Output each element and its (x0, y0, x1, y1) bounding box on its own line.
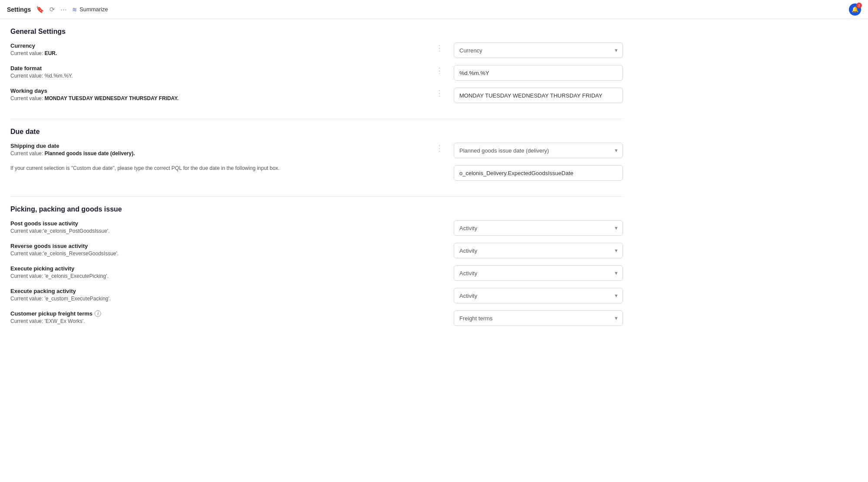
summarize-button[interactable]: ≋ Summarize (72, 6, 108, 13)
execute-packing-select-wrapper: Activity e_custom_ExecutePacking ▼ (454, 288, 623, 303)
working-days-label: Working days (10, 88, 425, 94)
post-goods-issue-select[interactable]: Activity e_celonis_PostGoodsIssue (454, 220, 623, 236)
date-format-input[interactable] (454, 65, 623, 81)
reverse-goods-issue-select[interactable]: Activity e_celonis_ReverseGoodsIssue (454, 243, 623, 258)
execute-packing-current: Current value: 'e_custom_ExecutePacking'… (10, 296, 426, 302)
date-format-left: Date format Current value: %d.%m.%Y. (10, 65, 425, 79)
currency-label: Currency (10, 42, 425, 49)
reverse-goods-issue-current: Current value:'e_celonis_ReverseGoodsIss… (10, 251, 426, 257)
general-settings-title: General Settings (10, 28, 623, 36)
currency-drag-handle[interactable]: ⋮ (436, 42, 443, 53)
pql-note: If your current selection is "Custom due… (10, 165, 426, 171)
post-goods-issue-current: Current value:'e_celonis_PostGoodsIssue'… (10, 228, 426, 234)
working-days-row: Working days Current value: MONDAY TUESD… (10, 88, 623, 103)
shipping-due-date-drag-handle[interactable]: ⋮ (436, 143, 443, 153)
shipping-due-date-current: Current value: Planned goods issue date … (10, 150, 425, 156)
execute-picking-select[interactable]: Activity e_celonis_ExecutePicking (454, 265, 623, 281)
picking-packing-section: Picking, packing and goods issue Post go… (10, 205, 623, 342)
main-content: General Settings Currency Current value:… (0, 19, 633, 359)
execute-packing-select[interactable]: Activity e_custom_ExecutePacking (454, 288, 623, 303)
customer-pickup-freight-select-wrapper: Freight terms EXW_Ex Works ▼ (454, 310, 623, 326)
working-days-left: Working days Current value: MONDAY TUESD… (10, 88, 425, 101)
working-days-current: Current value: MONDAY TUESDAY WEDNESDAY … (10, 95, 425, 101)
execute-picking-label: Execute picking activity (10, 265, 426, 272)
shipping-due-date-left: Shipping due date Current value: Planned… (10, 143, 425, 156)
currency-row: Currency Current value: EUR. ⋮ Currency … (10, 42, 623, 58)
due-date-section: Due date Shipping due date Current value… (10, 128, 623, 197)
reverse-goods-issue-left: Reverse goods issue activity Current val… (10, 243, 426, 257)
pql-right (454, 165, 623, 181)
reverse-goods-issue-row: Reverse goods issue activity Current val… (10, 243, 623, 258)
topbar: Settings 🔖 ⟳ ⋯ ≋ Summarize 🔔 2 (0, 0, 868, 19)
picking-packing-title: Picking, packing and goods issue (10, 205, 623, 213)
currency-right: Currency EUR USD GBP ▼ (454, 42, 623, 58)
date-format-current: Current value: %d.%m.%Y. (10, 73, 425, 79)
customer-pickup-freight-row: Customer pickup freight terms i Current … (10, 310, 623, 326)
shipping-due-date-row: Shipping due date Current value: Planned… (10, 143, 623, 158)
execute-packing-right: Activity e_custom_ExecutePacking ▼ (454, 288, 623, 303)
more-icon[interactable]: ⋯ (60, 6, 67, 13)
post-goods-issue-right: Activity e_celonis_PostGoodsIssue ▼ (454, 220, 623, 236)
currency-current: Current value: EUR. (10, 50, 425, 56)
execute-picking-current: Current value: 'e_celonis_ExecutePicking… (10, 273, 426, 279)
date-format-right (454, 65, 623, 81)
execute-picking-row: Execute picking activity Current value: … (10, 265, 623, 281)
currency-select[interactable]: Currency EUR USD GBP (454, 42, 623, 58)
bookmark-icon[interactable]: 🔖 (36, 6, 44, 13)
notification-badge: 2 (856, 3, 862, 8)
reverse-goods-issue-label: Reverse goods issue activity (10, 243, 426, 249)
date-format-label: Date format (10, 65, 425, 72)
shipping-due-date-select[interactable]: Planned goods issue date (delivery) Cust… (454, 143, 623, 158)
due-date-title: Due date (10, 128, 623, 136)
execute-packing-row: Execute packing activity Current value: … (10, 288, 623, 303)
working-days-right (454, 88, 623, 103)
currency-left: Currency Current value: EUR. (10, 42, 425, 56)
reverse-goods-issue-select-wrapper: Activity e_celonis_ReverseGoodsIssue ▼ (454, 243, 623, 258)
customer-pickup-freight-right: Freight terms EXW_Ex Works ▼ (454, 310, 623, 326)
summarize-icon: ≋ (72, 6, 77, 13)
customer-pickup-freight-left: Customer pickup freight terms i Current … (10, 310, 426, 324)
working-days-drag-handle[interactable]: ⋮ (436, 88, 443, 98)
post-goods-issue-left: Post goods issue activity Current value:… (10, 220, 426, 234)
execute-packing-label: Execute packing activity (10, 288, 426, 294)
date-format-drag-handle[interactable]: ⋮ (436, 65, 443, 75)
post-goods-issue-row: Post goods issue activity Current value:… (10, 220, 623, 236)
shipping-due-date-select-wrapper: Planned goods issue date (delivery) Cust… (454, 143, 623, 158)
post-goods-issue-select-wrapper: Activity e_celonis_PostGoodsIssue ▼ (454, 220, 623, 236)
reverse-goods-issue-right: Activity e_celonis_ReverseGoodsIssue ▼ (454, 243, 623, 258)
customer-pickup-freight-select[interactable]: Freight terms EXW_Ex Works (454, 310, 623, 326)
pql-row: If your current selection is "Custom due… (10, 165, 623, 181)
shipping-due-date-right: Planned goods issue date (delivery) Cust… (454, 143, 623, 158)
working-days-input[interactable] (454, 88, 623, 103)
pql-input[interactable] (454, 165, 623, 181)
execute-picking-left: Execute picking activity Current value: … (10, 265, 426, 279)
notification-button[interactable]: 🔔 2 (849, 3, 861, 16)
customer-pickup-freight-current: Current value: 'EXW_Ex Works'. (10, 318, 426, 324)
general-settings-section: General Settings Currency Current value:… (10, 28, 623, 119)
page-title: Settings (7, 6, 31, 13)
execute-picking-right: Activity e_celonis_ExecutePicking ▼ (454, 265, 623, 281)
shipping-due-date-label: Shipping due date (10, 143, 425, 149)
execute-picking-select-wrapper: Activity e_celonis_ExecutePicking ▼ (454, 265, 623, 281)
customer-pickup-freight-label: Customer pickup freight terms i (10, 310, 426, 317)
customer-pickup-info-icon[interactable]: i (95, 310, 101, 317)
currency-select-wrapper: Currency EUR USD GBP ▼ (454, 42, 623, 58)
pql-left: If your current selection is "Custom due… (10, 165, 426, 175)
date-format-row: Date format Current value: %d.%m.%Y. ⋮ (10, 65, 623, 81)
execute-packing-left: Execute packing activity Current value: … (10, 288, 426, 302)
topbar-right: 🔔 2 (849, 3, 861, 16)
post-goods-issue-label: Post goods issue activity (10, 220, 426, 227)
refresh-icon[interactable]: ⟳ (49, 6, 55, 13)
